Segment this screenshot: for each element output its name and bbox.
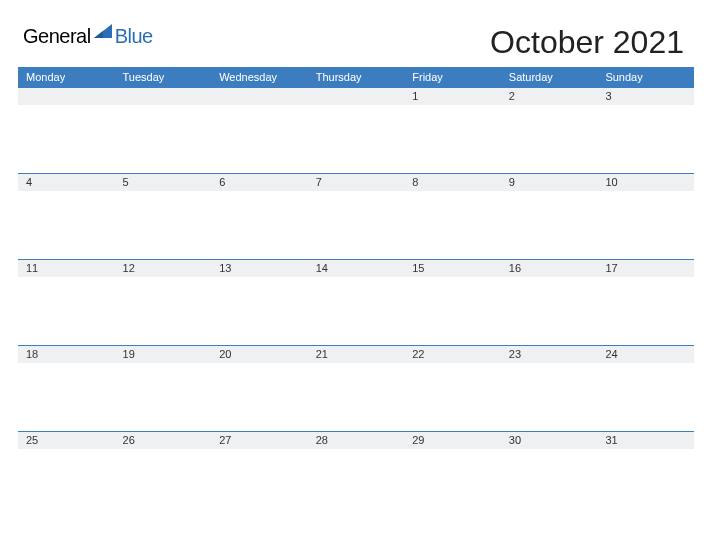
- day-cell: 16: [501, 259, 598, 345]
- date-number: 13: [211, 259, 308, 277]
- day-cell: 4: [18, 173, 115, 259]
- day-header: Thursday: [308, 67, 405, 87]
- day-cell: 18: [18, 345, 115, 431]
- day-cell: 8: [404, 173, 501, 259]
- date-number: 7: [308, 173, 405, 191]
- week-row: 45678910: [18, 173, 694, 259]
- date-number: 1: [404, 87, 501, 105]
- empty-date-strip: [18, 87, 115, 105]
- date-number: 9: [501, 173, 598, 191]
- day-header: Saturday: [501, 67, 598, 87]
- date-number: 18: [18, 345, 115, 363]
- day-cell: [115, 87, 212, 173]
- day-cell: 28: [308, 431, 405, 517]
- day-cell: 15: [404, 259, 501, 345]
- day-cell: 25: [18, 431, 115, 517]
- date-number: 12: [115, 259, 212, 277]
- date-number: 30: [501, 431, 598, 449]
- day-cell: 24: [597, 345, 694, 431]
- day-cell: 11: [18, 259, 115, 345]
- day-cell: 14: [308, 259, 405, 345]
- calendar-grid: Monday Tuesday Wednesday Thursday Friday…: [18, 67, 694, 517]
- day-cell: 20: [211, 345, 308, 431]
- day-header: Tuesday: [115, 67, 212, 87]
- date-number: 20: [211, 345, 308, 363]
- date-number: 5: [115, 173, 212, 191]
- day-cell: 2: [501, 87, 598, 173]
- day-cell: [211, 87, 308, 173]
- day-cell: [18, 87, 115, 173]
- date-number: 24: [597, 345, 694, 363]
- day-cell: 7: [308, 173, 405, 259]
- day-cell: 29: [404, 431, 501, 517]
- day-cell: 17: [597, 259, 694, 345]
- day-header: Friday: [404, 67, 501, 87]
- day-cell: [308, 87, 405, 173]
- logo: General Blue: [18, 22, 153, 48]
- day-header-row: Monday Tuesday Wednesday Thursday Friday…: [18, 67, 694, 87]
- logo-text-blue: Blue: [115, 25, 153, 48]
- day-cell: 21: [308, 345, 405, 431]
- date-number: 8: [404, 173, 501, 191]
- date-number: 10: [597, 173, 694, 191]
- empty-date-strip: [308, 87, 405, 105]
- date-number: 6: [211, 173, 308, 191]
- date-number: 15: [404, 259, 501, 277]
- date-number: 25: [18, 431, 115, 449]
- date-number: 16: [501, 259, 598, 277]
- day-cell: 31: [597, 431, 694, 517]
- day-cell: 12: [115, 259, 212, 345]
- logo-text-general: General: [23, 25, 91, 48]
- day-cell: 6: [211, 173, 308, 259]
- day-cell: 1: [404, 87, 501, 173]
- svg-marker-1: [94, 31, 103, 38]
- date-number: 21: [308, 345, 405, 363]
- day-header: Monday: [18, 67, 115, 87]
- day-cell: 10: [597, 173, 694, 259]
- day-cell: 13: [211, 259, 308, 345]
- day-header: Wednesday: [211, 67, 308, 87]
- week-row: 123: [18, 87, 694, 173]
- date-number: 17: [597, 259, 694, 277]
- week-row: 25262728293031: [18, 431, 694, 517]
- day-cell: 27: [211, 431, 308, 517]
- empty-date-strip: [211, 87, 308, 105]
- week-row: 11121314151617: [18, 259, 694, 345]
- date-number: 14: [308, 259, 405, 277]
- date-number: 4: [18, 173, 115, 191]
- day-cell: 23: [501, 345, 598, 431]
- date-number: 22: [404, 345, 501, 363]
- day-cell: 9: [501, 173, 598, 259]
- date-number: 26: [115, 431, 212, 449]
- week-row: 18192021222324: [18, 345, 694, 431]
- page-title: October 2021: [490, 22, 694, 61]
- header: General Blue October 2021: [18, 22, 694, 61]
- day-header: Sunday: [597, 67, 694, 87]
- day-cell: 26: [115, 431, 212, 517]
- date-number: 23: [501, 345, 598, 363]
- date-number: 2: [501, 87, 598, 105]
- day-cell: 3: [597, 87, 694, 173]
- day-cell: 5: [115, 173, 212, 259]
- date-number: 27: [211, 431, 308, 449]
- day-cell: 22: [404, 345, 501, 431]
- empty-date-strip: [115, 87, 212, 105]
- date-number: 29: [404, 431, 501, 449]
- day-cell: 19: [115, 345, 212, 431]
- date-number: 19: [115, 345, 212, 363]
- date-number: 31: [597, 431, 694, 449]
- date-number: 11: [18, 259, 115, 277]
- day-cell: 30: [501, 431, 598, 517]
- logo-triangle-icon: [94, 24, 112, 42]
- date-number: 3: [597, 87, 694, 105]
- date-number: 28: [308, 431, 405, 449]
